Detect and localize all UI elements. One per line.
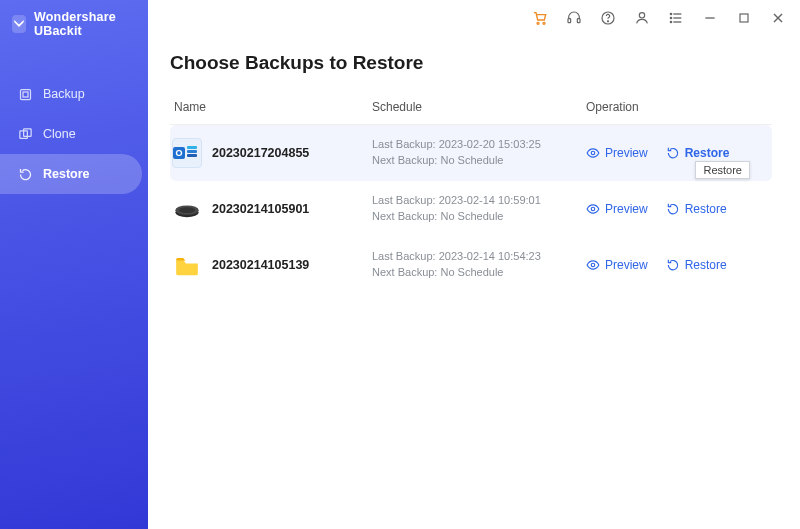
titlebar — [148, 0, 800, 36]
backup-schedule: Last Backup: 2023-02-20 15:03:25 Next Ba… — [372, 137, 580, 169]
svg-rect-0 — [21, 89, 31, 99]
backup-schedule: Last Backup: 2023-02-14 10:59:01 Next Ba… — [372, 193, 580, 225]
svg-point-14 — [670, 13, 671, 14]
svg-rect-7 — [577, 19, 580, 23]
svg-point-26 — [591, 263, 595, 267]
svg-point-25 — [591, 207, 595, 211]
content: Choose Backups to Restore Name Schedule … — [148, 36, 800, 529]
table-row[interactable]: O 20230217204855 Last Backup: 2023-02-20… — [170, 125, 772, 181]
maximize-icon[interactable] — [736, 10, 752, 26]
header-schedule: Schedule — [372, 100, 580, 114]
svg-point-10 — [639, 13, 644, 18]
sidebar-nav: Backup Clone Restore — [0, 74, 148, 194]
sidebar-item-backup[interactable]: Backup — [0, 74, 142, 114]
main: Choose Backups to Restore Name Schedule … — [148, 0, 800, 529]
cart-icon[interactable] — [532, 10, 548, 26]
list-icon[interactable] — [668, 10, 684, 26]
preview-button[interactable]: Preview — [586, 258, 648, 272]
restore-icon — [18, 167, 33, 182]
sidebar-item-label: Restore — [43, 167, 90, 181]
svg-point-21 — [591, 151, 595, 155]
svg-point-9 — [607, 21, 608, 22]
brand-name: Wondershare UBackit — [34, 10, 136, 38]
row-operations: Preview Restore — [580, 202, 770, 216]
restore-button[interactable]: Restore — [666, 258, 727, 272]
table-row[interactable]: 20230214105901 Last Backup: 2023-02-14 1… — [170, 181, 772, 237]
table-header: Name Schedule Operation — [170, 100, 772, 125]
sidebar-item-label: Backup — [43, 87, 85, 101]
svg-point-15 — [670, 17, 671, 18]
close-icon[interactable] — [770, 10, 786, 26]
svg-point-5 — [543, 22, 545, 24]
row-operations: Preview Restore — [580, 258, 770, 272]
preview-button[interactable]: Preview — [586, 202, 648, 216]
sidebar-item-clone[interactable]: Clone — [0, 114, 142, 154]
restore-button[interactable]: Restore — [666, 146, 730, 160]
headset-icon[interactable] — [566, 10, 582, 26]
sidebar-item-label: Clone — [43, 127, 76, 141]
svg-point-16 — [670, 21, 671, 22]
backup-schedule: Last Backup: 2023-02-14 10:54:23 Next Ba… — [372, 249, 580, 281]
backup-name: 20230217204855 — [212, 146, 372, 160]
restore-tooltip: Restore — [695, 161, 750, 179]
svg-rect-18 — [740, 14, 748, 22]
header-name: Name — [172, 100, 372, 114]
sidebar-item-restore[interactable]: Restore — [0, 154, 142, 194]
svg-point-24 — [179, 207, 195, 213]
outlook-icon: O — [172, 138, 202, 168]
brand: Wondershare UBackit — [0, 0, 148, 48]
row-operations: Preview Restore — [580, 146, 770, 160]
brand-logo-icon — [12, 15, 26, 33]
user-icon[interactable] — [634, 10, 650, 26]
backup-name: 20230214105139 — [212, 258, 372, 272]
table-row[interactable]: 20230214105139 Last Backup: 2023-02-14 1… — [170, 237, 772, 293]
backup-name: 20230214105901 — [212, 202, 372, 216]
backup-icon — [18, 87, 33, 102]
restore-button[interactable]: Restore — [666, 202, 727, 216]
svg-rect-6 — [568, 19, 571, 23]
svg-point-4 — [537, 22, 539, 24]
preview-button[interactable]: Preview — [586, 146, 648, 160]
minimize-icon[interactable] — [702, 10, 718, 26]
sidebar: Wondershare UBackit Backup Clone Restore — [0, 0, 148, 529]
page-title: Choose Backups to Restore — [170, 52, 772, 74]
folder-icon — [172, 250, 202, 280]
clone-icon — [18, 127, 33, 142]
header-operation: Operation — [580, 100, 770, 114]
svg-rect-1 — [23, 92, 28, 97]
help-icon[interactable] — [600, 10, 616, 26]
disk-icon — [172, 194, 202, 224]
